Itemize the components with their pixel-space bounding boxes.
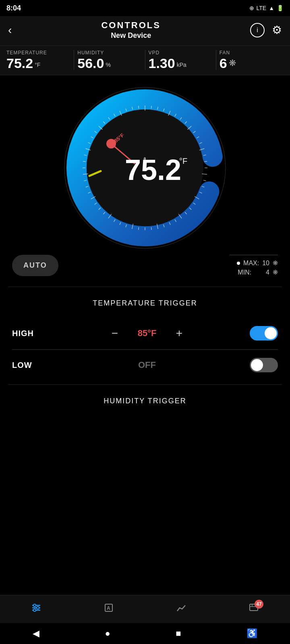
- info-button[interactable]: i: [250, 23, 265, 37]
- humidity-sensor: HUMIDITY 56.0 %: [77, 50, 141, 70]
- low-label: LOW: [12, 361, 44, 370]
- svg-line-62: [139, 106, 139, 109]
- low-toggle[interactable]: [250, 358, 278, 372]
- max-label: MAX:: [243, 260, 259, 267]
- high-trigger-row: HIGH − 85°F +: [12, 317, 278, 349]
- nav-chart[interactable]: [176, 602, 187, 616]
- back-button[interactable]: ‹: [8, 24, 12, 37]
- gauge-container: 85°F 🌡 75.2 °F: [60, 83, 230, 252]
- svg-text:°F: °F: [179, 157, 187, 165]
- device-icon: A: [103, 602, 114, 616]
- device-name: New Device: [111, 31, 151, 40]
- svg-point-73: [33, 604, 36, 607]
- max-value: 10: [262, 260, 269, 267]
- header-icons: i ⚙: [250, 23, 282, 37]
- divider-3: [216, 50, 216, 70]
- auto-button[interactable]: AUTO: [12, 255, 58, 276]
- gauge-svg: 85°F 🌡 75.2 °F: [60, 83, 230, 252]
- svg-point-75: [33, 609, 36, 611]
- temperature-unit: °F: [35, 62, 40, 68]
- notification-badge: 47: [255, 600, 263, 609]
- high-value: 85°F: [131, 328, 163, 339]
- low-controls: OFF: [131, 360, 163, 370]
- vpd-label: VPD: [149, 50, 213, 56]
- battery-icon: 🔋: [277, 5, 284, 11]
- temperature-sensor: TEMPERATURE 75.2 °F: [6, 50, 70, 70]
- system-nav: ◀ ● ■ ♿: [0, 623, 290, 644]
- humidity-label: HUMIDITY: [77, 50, 141, 56]
- max-fan-icon: ❋: [273, 259, 278, 267]
- info-icon: i: [257, 27, 258, 34]
- lte-label: LTE: [257, 5, 267, 11]
- low-value: OFF: [131, 360, 163, 370]
- vpd-value: 1.30: [149, 56, 175, 70]
- fan-sensor: FAN 6 ❋: [220, 50, 284, 70]
- fan-value-row: 6 ❋: [220, 56, 284, 70]
- min-row: MIN: 4 ❋: [238, 268, 278, 276]
- humidity-trigger-section: HUMIDITY TRIGGER: [0, 385, 290, 419]
- nav-notifications[interactable]: 47: [248, 602, 259, 616]
- recents-system-button[interactable]: ■: [168, 626, 189, 641]
- high-toggle[interactable]: [250, 326, 278, 341]
- temperature-value-row: 75.2 °F: [6, 56, 70, 70]
- svg-line-32: [151, 227, 151, 230]
- divider-2: [145, 50, 145, 70]
- status-icons: ⊕ LTE ▲ 🔋: [249, 5, 284, 11]
- max-separator: [230, 255, 278, 255]
- max-row: MAX: 10 ❋: [237, 259, 278, 267]
- settings-button[interactable]: ⚙: [272, 23, 282, 37]
- header-center: CONTROLS New Device: [101, 20, 160, 40]
- low-trigger-row: LOW OFF: [12, 350, 278, 380]
- temperature-value: 75.2: [6, 56, 33, 70]
- fan-icon: ❋: [229, 58, 236, 68]
- nav-controls[interactable]: [31, 602, 42, 616]
- divider-1: [74, 50, 74, 70]
- bottom-nav: A 47: [0, 595, 290, 623]
- humidity-unit: %: [106, 62, 110, 68]
- page-title: CONTROLS: [101, 20, 160, 31]
- svg-text:A: A: [107, 605, 110, 611]
- svg-line-4: [151, 106, 151, 109]
- svg-text:75.2: 75.2: [125, 154, 181, 186]
- svg-line-17: [204, 161, 207, 162]
- high-toggle-knob: [265, 327, 277, 339]
- high-decrease-button[interactable]: −: [107, 325, 123, 341]
- min-fan-icon: ❋: [273, 268, 278, 276]
- temperature-trigger-title: TEMPERATURE TRIGGER: [12, 299, 278, 308]
- home-system-button[interactable]: ●: [97, 626, 118, 641]
- min-label: MIN:: [238, 269, 251, 276]
- sync-icon: ⊕: [249, 5, 254, 11]
- low-toggle-knob: [251, 359, 263, 371]
- high-controls: − 85°F +: [107, 325, 187, 341]
- back-system-button[interactable]: ◀: [25, 626, 48, 641]
- vpd-value-row: 1.30 kPa: [149, 56, 213, 70]
- humidity-value: 56.0: [77, 56, 104, 70]
- humidity-trigger-title: HUMIDITY TRIGGER: [12, 397, 278, 405]
- signal-icon: ▲: [269, 5, 274, 11]
- header: ‹ CONTROLS New Device i ⚙: [0, 16, 290, 46]
- temperature-label: TEMPERATURE: [6, 50, 70, 56]
- nav-device[interactable]: A: [103, 602, 114, 616]
- vpd-unit: kPa: [177, 62, 186, 68]
- min-value: 4: [266, 269, 269, 276]
- svg-line-20: [203, 180, 206, 181]
- sensor-row: TEMPERATURE 75.2 °F HUMIDITY 56.0 % VPD …: [0, 46, 290, 75]
- max-dot: [237, 262, 240, 265]
- controls-icon: [31, 602, 42, 616]
- controls-row: AUTO MAX: 10 ❋ MIN: 4 ❋: [0, 248, 290, 283]
- gauge-area: 85°F 🌡 75.2 °F AUTO MAX: 10 ❋ MIN: 4 ❋: [0, 75, 290, 287]
- svg-line-34: [139, 227, 139, 230]
- vpd-sensor: VPD 1.30 kPa: [149, 50, 213, 70]
- humidity-value-row: 56.0 %: [77, 56, 141, 70]
- temperature-trigger-section: TEMPERATURE TRIGGER HIGH − 85°F + LOW OF…: [0, 287, 290, 384]
- chart-icon: [176, 602, 187, 616]
- fan-label: FAN: [220, 50, 284, 56]
- max-min-container: MAX: 10 ❋ MIN: 4 ❋: [230, 255, 278, 276]
- high-label: HIGH: [12, 329, 44, 338]
- status-time: 8:04: [6, 4, 21, 12]
- fan-value: 6: [220, 56, 227, 70]
- high-increase-button[interactable]: +: [171, 325, 187, 341]
- svg-line-49: [83, 161, 86, 162]
- accessibility-system-button[interactable]: ♿: [238, 626, 265, 641]
- status-bar: 8:04 ⊕ LTE ▲ 🔋: [0, 0, 290, 16]
